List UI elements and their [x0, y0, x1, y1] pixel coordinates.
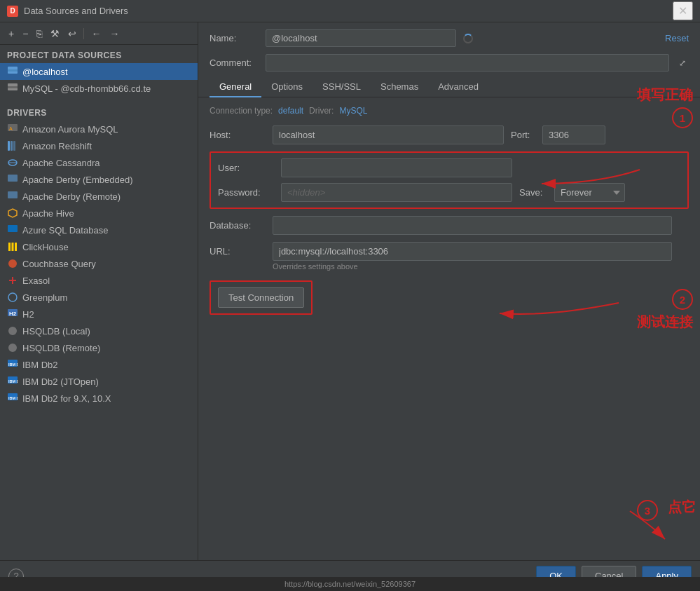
port-input[interactable]: [542, 125, 605, 144]
password-row: Password: Save: Forever Until restart Ne…: [218, 183, 680, 202]
annotation-cn3: 点它: [668, 499, 696, 515]
connection-type-value[interactable]: default: [278, 106, 303, 116]
driver-label-azure: Azure SQL Database: [22, 225, 108, 236]
driver-label-h2: H2: [22, 309, 34, 320]
ibm-db2-jtopen-icon: IBM DB2: [7, 376, 18, 387]
driver-label-ibm-db2-jtopen: IBM Db2 (JTOpen): [22, 376, 99, 387]
title-bar: D Data Sources and Drivers ✕: [0, 0, 700, 22]
svg-rect-12: [8, 191, 18, 198]
driver-item-hsqldb-remote[interactable]: HSQLDB (Remote): [0, 339, 198, 356]
driver-label-exasol: Exasol: [22, 276, 50, 286]
driver-label-redshift: Amazon Redshift: [22, 141, 92, 151]
svg-text:IBM DB2: IBM DB2: [8, 379, 18, 383]
close-button[interactable]: ✕: [673, 1, 693, 20]
driver-item-aurora[interactable]: A Amazon Aurora MySQL: [0, 121, 198, 137]
svg-point-25: [8, 344, 17, 352]
driver-item-cassandra[interactable]: Apache Cassandra: [0, 154, 198, 171]
driver-item-ibm-db2-jtopen[interactable]: IBM DB2 IBM Db2 (JTOpen): [0, 373, 198, 390]
driver-value[interactable]: MySQL: [339, 106, 367, 116]
host-row: Host: Port:: [210, 125, 689, 144]
tab-options[interactable]: Options: [261, 77, 313, 97]
driver-item-clickhouse[interactable]: ClickHouse: [0, 238, 198, 255]
driver-item-hive[interactable]: Apache Hive: [0, 205, 198, 222]
circle-1: 1: [672, 107, 693, 128]
driver-label-derby-embedded: Apache Derby (Embedded): [22, 175, 133, 185]
expand-button[interactable]: ⤢: [676, 57, 689, 69]
reset-link[interactable]: Reset: [665, 33, 689, 43]
svg-rect-8: [13, 141, 15, 151]
mysql-icon: [7, 66, 18, 77]
driver-item-h2[interactable]: H2 H2: [0, 306, 198, 322]
host-input[interactable]: [273, 125, 504, 144]
driver-label-hsqldb-local: HSQLDB (Local): [22, 326, 90, 337]
tab-advanced[interactable]: Advanced: [428, 77, 488, 97]
driver-item-couchbase[interactable]: Couchbase Query: [0, 255, 198, 272]
annotation-group-2: 2 测试连接: [637, 289, 693, 332]
driver-item-ibm-db2-9x[interactable]: IBM DB2 IBM Db2 for 9.X, 10.X: [0, 390, 198, 407]
app-icon: D: [7, 6, 18, 17]
svg-rect-11: [8, 175, 18, 182]
driver-item-ibm-db2[interactable]: IBM DB2 IBM Db2: [0, 356, 198, 373]
host-label: Host:: [210, 130, 266, 140]
remove-button[interactable]: −: [20, 27, 31, 41]
user-input[interactable]: [281, 158, 512, 177]
driver-label-couchbase: Couchbase Query: [22, 259, 96, 269]
tab-content-general: Connection type: default Driver: MySQL H…: [198, 97, 700, 330]
driver-item-exasol[interactable]: Exasol: [0, 272, 198, 289]
refresh-button[interactable]: ↩: [65, 27, 79, 41]
watermark-text: https://blog.csdn.net/weixin_52609367: [284, 580, 416, 588]
url-label: URL:: [210, 246, 266, 257]
svg-text:H2: H2: [9, 311, 17, 317]
url-row: URL:: [210, 242, 689, 261]
right-panel: Name: Reset Comment: ⤢ General Options S…: [198, 22, 700, 330]
password-input[interactable]: [281, 183, 512, 202]
url-input[interactable]: [273, 242, 672, 261]
driver-label-clickhouse: ClickHouse: [22, 242, 69, 252]
driver-label-greenplum: Greenplum: [22, 292, 67, 303]
driver-item-azure[interactable]: Azure SQL Database: [0, 222, 198, 238]
driver-label-cassandra: Apache Cassandra: [22, 158, 100, 168]
comment-label: Comment:: [210, 57, 259, 68]
svg-text:IBM DB2: IBM DB2: [8, 396, 18, 400]
main-layout: + − ⎘ ⚒ ↩ ← → Project Data Sources @loca…: [0, 22, 700, 560]
toolbar-separator: [83, 28, 84, 39]
test-connection-button[interactable]: Test Connection: [218, 287, 304, 308]
tab-ssh-ssl[interactable]: SSH/SSL: [313, 77, 371, 97]
name-input[interactable]: [266, 29, 456, 47]
driver-item-greenplum[interactable]: Greenplum: [0, 289, 198, 306]
name-row: Name: Reset: [198, 22, 700, 51]
name-label: Name:: [210, 33, 259, 43]
driver-label-ibm-db2-9x: IBM Db2 for 9.X, 10.X: [22, 393, 111, 404]
svg-point-21: [8, 293, 17, 301]
save-select[interactable]: Forever Until restart Never: [554, 183, 625, 202]
ibm-db2-9x-icon: IBM DB2: [7, 393, 18, 404]
comment-input[interactable]: [266, 54, 669, 72]
datasource-item-mysql[interactable]: MySQL - @cdb-rhombb66.cd.te: [0, 80, 198, 97]
cassandra-icon: [7, 157, 18, 168]
connection-type-label: Connection type:: [210, 106, 273, 116]
copy-button[interactable]: ⎘: [34, 27, 45, 41]
driver-item-hsqldb-local[interactable]: HSQLDB (Local): [0, 322, 198, 339]
driver-label-hsqldb-remote: HSQLDB (Remote): [22, 343, 100, 353]
datasource-item-localhost[interactable]: @localhost: [0, 63, 198, 80]
driver-label: Driver:: [309, 106, 334, 116]
annotation-cn2: 测试连接: [637, 313, 693, 332]
add-button[interactable]: +: [6, 27, 17, 41]
settings-button[interactable]: ⚒: [48, 27, 62, 41]
svg-rect-14: [8, 225, 18, 232]
driver-item-redshift[interactable]: Amazon Redshift: [0, 137, 198, 154]
back-button[interactable]: ←: [88, 27, 104, 41]
database-input[interactable]: [273, 216, 672, 235]
svg-rect-3: [8, 86, 18, 88]
driver-item-derby-remote[interactable]: Apache Derby (Remote): [0, 188, 198, 205]
tab-general[interactable]: General: [210, 77, 261, 97]
driver-item-derby-embedded[interactable]: Apache Derby (Embedded): [0, 171, 198, 188]
azure-icon: [7, 224, 18, 236]
port-label: Port:: [511, 130, 535, 140]
loading-indicator: [463, 34, 473, 43]
overrides-text: Overrides settings above: [273, 262, 689, 271]
forward-button[interactable]: →: [107, 27, 122, 41]
mysql2-icon: [7, 83, 18, 94]
tab-schemas[interactable]: Schemas: [371, 77, 428, 97]
driver-label-hive: Apache Hive: [22, 208, 74, 219]
